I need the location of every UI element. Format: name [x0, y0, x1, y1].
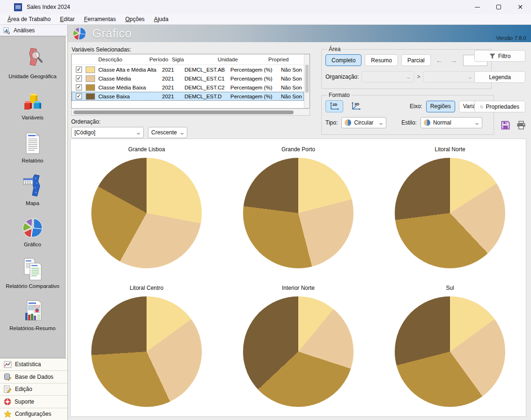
arrow-right-icon[interactable]: →	[448, 56, 459, 64]
legenda-button[interactable]: Legenda	[474, 71, 525, 83]
sidebar-item-edicao[interactable]: Edição	[0, 383, 67, 396]
sidebar-item-relatorio[interactable]: Relatório	[0, 131, 65, 164]
2d-button[interactable]: 2D	[325, 100, 343, 112]
row-checkbox[interactable]	[76, 66, 82, 73]
regioes-button[interactable]: Regiões	[426, 101, 455, 112]
chevron-down-icon: ⌄	[135, 130, 141, 136]
ordering-direction-select[interactable]: Crescente⌄	[148, 127, 187, 138]
sidebar-item-configuracoes[interactable]: Configurações	[0, 408, 67, 420]
sidebar-item-mapa[interactable]: Mapa	[0, 174, 65, 206]
propriedades-button[interactable]: Propriedades	[474, 101, 525, 112]
sidebar-item-relatorios-resumo[interactable]: Relatórios-Resumo	[0, 300, 65, 332]
table-row[interactable]: Classe Média Baixa 2021 DEMCL_EST.C2 Per…	[72, 83, 304, 92]
filtro-button[interactable]: Filtro	[474, 50, 525, 62]
completo-button[interactable]: Completo	[325, 54, 361, 66]
organizacao-separator: >	[417, 74, 420, 80]
organizacao-select-1[interactable]: ⌄	[361, 71, 414, 82]
sidebar-item-base-de-dados[interactable]: Base de Dados	[0, 370, 67, 383]
chevron-down-icon: ⌄	[406, 74, 412, 80]
ordering-label: Ordenação:	[71, 118, 101, 125]
formato-group: Formato 2D 3D Eixo: Regiões Variáveis	[321, 92, 494, 135]
filter-icon	[489, 53, 495, 59]
table-vertical-scrollbar[interactable]	[304, 54, 310, 108]
pie-chart-litoral-centro: Litoral Centro	[71, 278, 222, 416]
color-swatch	[86, 75, 95, 82]
column-periodo[interactable]: Período	[149, 57, 172, 62]
column-unidade[interactable]: Unidade	[218, 57, 268, 62]
menu-area-de-trabalho[interactable]: Área de Trabalho	[3, 15, 55, 24]
menu-bar: Área de Trabalho Editar Ferramentas Opçõ…	[0, 14, 531, 25]
column-propriedade[interactable]: Propried	[268, 57, 304, 62]
minimize-icon	[475, 7, 480, 7]
support-icon	[4, 398, 11, 405]
svg-text:3D: 3D	[354, 102, 359, 106]
parcial-button[interactable]: Parcial	[401, 54, 431, 66]
column-descricao[interactable]: Descrição	[86, 57, 149, 62]
color-swatch	[86, 66, 95, 73]
row-checkbox[interactable]	[76, 84, 82, 90]
tipo-label: Tipo:	[325, 119, 338, 126]
close-button[interactable]: ✕	[509, 0, 531, 14]
sidebar-item-suporte[interactable]: Suporte	[0, 395, 67, 408]
variables-table: Descrição Período Sigla Unidade Propried…	[71, 54, 310, 109]
settings-star-icon	[4, 410, 12, 418]
pie-grande-porto[interactable]	[243, 158, 354, 268]
app-logo-icon	[14, 3, 22, 11]
pie-litoral-norte[interactable]	[395, 158, 505, 268]
pie-title: Sul	[446, 285, 454, 291]
tipo-select[interactable]: Circular ⌄	[341, 117, 386, 128]
pie-interior-norte[interactable]	[243, 296, 354, 407]
banner-pie-icon	[72, 26, 88, 41]
resumo-button[interactable]: Resumo	[365, 54, 398, 66]
menu-opcoes[interactable]: Opções	[120, 15, 149, 24]
table-row[interactable]: Classe Média 2021 DEMCL_EST.C1 Percentag…	[72, 74, 304, 83]
sidebar-item-grafico[interactable]: Gráfico	[0, 217, 65, 248]
pie-sul[interactable]	[395, 296, 505, 407]
table-horizontal-scrollbar[interactable]	[71, 110, 310, 116]
map-icon	[21, 174, 45, 198]
chevron-down-icon: ⌄	[467, 74, 473, 80]
summary-reports-icon	[22, 300, 44, 323]
comparative-report-icon	[22, 258, 44, 281]
minimize-button[interactable]	[466, 0, 488, 14]
row-checkbox[interactable]	[76, 93, 82, 99]
menu-editar[interactable]: Editar	[55, 15, 79, 24]
pie-chart-grande-lisboa: Grande Lisboa	[71, 139, 222, 278]
organizacao-select-2[interactable]: ⌄	[423, 71, 475, 82]
save-icon[interactable]	[501, 121, 510, 130]
sidebar-item-relatorio-comparativo[interactable]: Relatório Comparativo	[0, 258, 65, 289]
3d-button[interactable]: 3D	[347, 100, 365, 112]
window-title: Sales Index 2024	[27, 4, 70, 10]
pie-title: Grande Lisboa	[128, 146, 165, 153]
maximize-button[interactable]	[488, 0, 509, 14]
sidebar-item-variaveis[interactable]: Variáveis	[0, 90, 65, 121]
arrow-left-icon[interactable]: ←	[434, 56, 445, 64]
ordering-field-select[interactable]: [Código]⌄	[71, 127, 144, 138]
estilo-label: Estilo:	[401, 119, 417, 126]
ordering-section: Ordenação: [Código]⌄ Crescente⌄	[71, 118, 187, 138]
row-checkbox[interactable]	[76, 75, 82, 81]
table-row[interactable]: Classe Alta e Média Alta 2021 DEMCL_EST.…	[72, 65, 304, 74]
variables-table-header: Descrição Período Sigla Unidade Propried	[72, 54, 304, 65]
column-sigla[interactable]: Sigla	[172, 57, 218, 62]
pie-grande-lisboa[interactable]	[91, 158, 202, 268]
pie-litoral-centro[interactable]	[91, 296, 202, 407]
sidebar-item-unidade-geografica[interactable]: Unidade Geográfica	[0, 47, 65, 80]
chevron-down-icon: ⌄	[378, 120, 384, 126]
estilo-select[interactable]: Normal ⌄	[420, 117, 482, 128]
svg-text:2D: 2D	[332, 103, 337, 107]
table-row-selected[interactable]: Classe Baixa 2021 DEMCL_EST.D Percentage…	[72, 92, 304, 101]
color-swatch	[86, 93, 95, 100]
pie-style-icon	[424, 119, 430, 126]
menu-ajuda[interactable]: Ajuda	[149, 15, 173, 24]
pie-title: Grande Porto	[281, 146, 315, 153]
print-icon[interactable]	[516, 121, 526, 130]
2d-axis-icon: 2D	[329, 102, 339, 111]
analyses-icon	[3, 27, 11, 34]
sidebar-bottom-nav: Estatística Base de Dados Edição	[0, 358, 67, 420]
chart-icon	[21, 217, 44, 239]
menu-ferramentas[interactable]: Ferramentas	[79, 15, 120, 24]
sidebar-header-analises[interactable]: Análises	[0, 25, 67, 36]
pie-title: Interior Norte	[282, 285, 315, 291]
sidebar-item-estatistica[interactable]: Estatística	[0, 358, 67, 371]
